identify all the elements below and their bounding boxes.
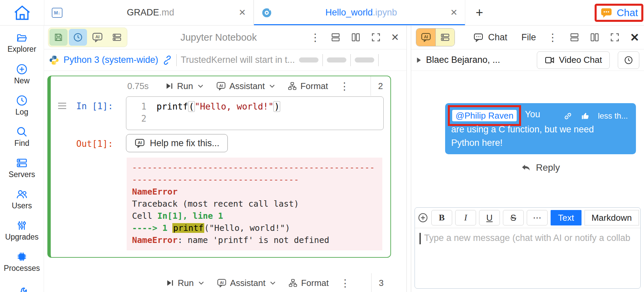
divider	[176, 54, 177, 66]
server-icon	[112, 32, 122, 42]
skeleton-pill	[355, 57, 374, 62]
new-tab-button[interactable]: +	[465, 0, 493, 25]
italic-button[interactable]: I	[455, 210, 476, 225]
mention-chip[interactable]: @Philip Raven	[452, 110, 517, 121]
divider	[378, 54, 379, 66]
ai-assistant-button[interactable]: AI	[416, 29, 435, 46]
time-travel-button[interactable]	[69, 29, 87, 46]
close-icon[interactable]: ✕	[450, 7, 458, 18]
message-line: are using a C function, but we need	[451, 123, 630, 136]
jupyter-file-icon	[261, 7, 272, 18]
ai-assistant-button[interactable]: AI	[88, 29, 106, 46]
run-button[interactable]: Run	[166, 278, 205, 288]
notebook-quick-actions: AI	[48, 28, 127, 47]
notebook-title: Jupyter Notebook	[127, 32, 310, 43]
sidebar-item-users[interactable]: Users	[0, 183, 44, 214]
kebab-menu-icon[interactable]: ⋮	[340, 80, 350, 92]
insert-button[interactable]	[418, 210, 428, 225]
format-button[interactable]: Format	[288, 81, 328, 91]
markdown-file-icon: M↓	[52, 8, 62, 18]
file-menu[interactable]: File	[521, 32, 536, 43]
split-horizontal-icon[interactable]	[569, 32, 579, 42]
chat-bubble-icon	[600, 7, 613, 18]
compute-server-button[interactable]	[435, 29, 455, 46]
help-fix-button[interactable]: AI Help me fix this...	[126, 134, 228, 152]
split-vertical-icon[interactable]	[351, 32, 361, 42]
ai-icon: AI	[134, 138, 145, 149]
kebab-menu-icon[interactable]: ⋮	[310, 32, 320, 43]
chat-bubble-icon	[473, 33, 484, 42]
kebab-menu-icon[interactable]: ⋮	[340, 277, 350, 289]
split-horizontal-icon[interactable]	[331, 32, 341, 42]
home-icon	[13, 4, 32, 21]
video-chat-button[interactable]: Video Chat	[537, 51, 610, 69]
text-cursor	[420, 233, 421, 244]
bold-button[interactable]: B	[431, 210, 452, 225]
unlink-icon[interactable]	[162, 55, 172, 65]
sidebar: Explorer New Log	[0, 26, 44, 292]
home-button[interactable]	[0, 0, 44, 25]
tab-text[interactable]: Text	[551, 210, 582, 225]
close-icon[interactable]: ✕	[630, 31, 639, 44]
kernel-name-link[interactable]: Python 3 (system-wide)	[63, 55, 158, 65]
reply-button[interactable]: Reply	[445, 162, 636, 173]
hamburger-icon	[57, 102, 68, 110]
sidebar-item-processes[interactable]: Processes	[0, 246, 44, 277]
more-formats-button[interactable]: ⋯	[527, 210, 548, 225]
split-vertical-icon[interactable]	[590, 32, 600, 42]
close-icon[interactable]: ✕	[391, 32, 399, 43]
close-icon[interactable]: ✕	[239, 7, 246, 18]
chat-toggle-button[interactable]: Chat	[600, 7, 638, 18]
output-prompt: Out[1]:	[76, 134, 126, 149]
panel-divider[interactable]	[407, 26, 411, 292]
sidebar-item-find[interactable]: Find	[0, 121, 44, 152]
annotation-box-chat: Chat	[595, 4, 643, 22]
assistant-button[interactable]: AI Assistant	[216, 81, 276, 91]
line-numbers: 1 2	[126, 97, 152, 130]
chat-title: Chat	[473, 32, 507, 43]
format-button[interactable]: Format	[288, 278, 329, 288]
tab-hello-world-ipynb[interactable]: Hello_world.ipynb ✕	[254, 0, 465, 25]
kebab-menu-icon[interactable]: ⋮	[548, 31, 558, 44]
sidebar-item-new[interactable]: New	[0, 58, 44, 89]
sidebar-item-upgrades[interactable]: Upgrades	[0, 214, 44, 246]
chevron-down-icon	[269, 279, 277, 287]
chat-panel: AI	[411, 26, 644, 292]
save-button[interactable]	[49, 29, 68, 46]
assistant-button[interactable]: AI Assistant	[217, 278, 277, 288]
caret-right-icon[interactable]	[416, 57, 422, 64]
code-editor[interactable]: 1 2 printf("Hello, world!")	[126, 96, 384, 130]
participants-toggle[interactable]: Blaec Bejarano, ...	[426, 55, 500, 65]
tab-grade-md[interactable]: M↓ GRADE.md ✕	[44, 0, 254, 25]
sidebar-item-settings[interactable]	[0, 277, 44, 292]
svg-text:AI: AI	[219, 84, 223, 88]
sidebar-item-log[interactable]: Log	[0, 89, 44, 121]
video-camera-icon	[545, 56, 555, 65]
drag-handle[interactable]	[57, 96, 76, 110]
sliders-icon	[16, 219, 28, 232]
tab-title: GRADE.md	[67, 7, 234, 18]
sidebar-item-servers[interactable]: Servers	[0, 152, 44, 183]
chat-history-button[interactable]	[618, 51, 639, 69]
run-button[interactable]: Run	[165, 81, 205, 91]
chat-toolbar: AI	[411, 26, 644, 49]
underline-button[interactable]: U	[479, 210, 500, 225]
wrench-icon	[16, 287, 28, 292]
chat-subheader: Blaec Bejarano, ... Video Chat	[411, 49, 644, 71]
folder-icon	[15, 32, 28, 44]
microchip-icon	[16, 251, 28, 263]
fullscreen-icon[interactable]	[371, 32, 381, 42]
reply-arrow-icon	[521, 163, 531, 172]
link-icon[interactable]	[563, 112, 572, 121]
message-input[interactable]: Type a new message (chat with AI or noti…	[415, 228, 640, 288]
input-prompt: In [1]:	[76, 96, 126, 111]
thumbs-up-icon[interactable]	[581, 111, 590, 121]
notebook-cell-1: 0.75s Run	[47, 76, 391, 258]
strikethrough-button[interactable]: S	[503, 210, 524, 225]
cocalc-window: M↓ GRADE.md ✕ Hello_world.ipynb ✕ +	[0, 0, 644, 292]
sidebar-item-explorer[interactable]: Explorer	[0, 27, 44, 58]
message-meta: less th...	[563, 109, 628, 123]
tab-markdown[interactable]: Markdown	[585, 210, 639, 225]
fullscreen-icon[interactable]	[610, 32, 620, 42]
compute-server-button[interactable]	[108, 29, 126, 46]
